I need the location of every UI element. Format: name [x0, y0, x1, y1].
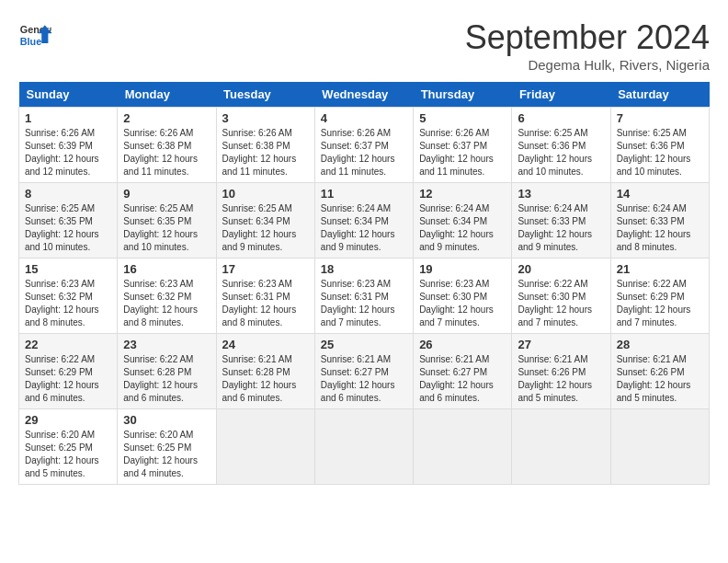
- day-number: 14: [617, 187, 703, 201]
- calendar-cell: 21Sunrise: 6:22 AMSunset: 6:29 PMDayligh…: [610, 259, 709, 334]
- day-info: Sunrise: 6:26 AMSunset: 6:38 PMDaylight:…: [123, 127, 210, 178]
- col-tuesday: Tuesday: [216, 82, 314, 108]
- day-info: Sunrise: 6:25 AMSunset: 6:36 PMDaylight:…: [518, 127, 604, 178]
- calendar-week-row: 29Sunrise: 6:20 AMSunset: 6:25 PMDayligh…: [19, 409, 710, 485]
- calendar-body: 1Sunrise: 6:26 AMSunset: 6:39 PMDaylight…: [19, 108, 710, 485]
- calendar-cell: 19Sunrise: 6:23 AMSunset: 6:30 PMDayligh…: [414, 259, 512, 334]
- calendar-cell: 23Sunrise: 6:22 AMSunset: 6:28 PMDayligh…: [118, 334, 216, 409]
- day-number: 21: [617, 262, 703, 276]
- calendar-cell: 5Sunrise: 6:26 AMSunset: 6:37 PMDaylight…: [414, 108, 512, 183]
- day-info: Sunrise: 6:20 AMSunset: 6:25 PMDaylight:…: [25, 429, 111, 480]
- col-thursday: Thursday: [414, 82, 512, 108]
- day-info: Sunrise: 6:22 AMSunset: 6:29 PMDaylight:…: [25, 353, 111, 405]
- day-number: 20: [518, 262, 604, 276]
- day-number: 23: [123, 338, 210, 351]
- day-info: Sunrise: 6:21 AMSunset: 6:27 PMDaylight:…: [321, 353, 407, 405]
- calendar-cell: [512, 409, 610, 485]
- day-info: Sunrise: 6:21 AMSunset: 6:27 PMDaylight:…: [419, 353, 506, 405]
- day-info: Sunrise: 6:22 AMSunset: 6:29 PMDaylight:…: [617, 278, 703, 329]
- calendar-cell: 24Sunrise: 6:21 AMSunset: 6:28 PMDayligh…: [216, 334, 314, 409]
- day-info: Sunrise: 6:25 AMSunset: 6:35 PMDaylight:…: [25, 202, 111, 254]
- day-number: 2: [123, 111, 210, 125]
- location-subtitle: Degema Hulk, Rivers, Nigeria: [465, 57, 710, 73]
- calendar-week-row: 1Sunrise: 6:26 AMSunset: 6:39 PMDaylight…: [19, 108, 710, 183]
- col-sunday: Sunday: [19, 82, 118, 108]
- calendar-cell: 2Sunrise: 6:26 AMSunset: 6:38 PMDaylight…: [118, 108, 216, 183]
- header: General Blue September 2024 Degema Hulk,…: [18, 18, 710, 73]
- calendar-table: Sunday Monday Tuesday Wednesday Thursday…: [18, 82, 710, 485]
- calendar-cell: 4Sunrise: 6:26 AMSunset: 6:37 PMDaylight…: [314, 108, 413, 183]
- day-number: 10: [222, 187, 309, 201]
- day-number: 25: [321, 338, 407, 351]
- day-info: Sunrise: 6:23 AMSunset: 6:31 PMDaylight:…: [222, 278, 309, 329]
- day-number: 9: [123, 187, 210, 201]
- calendar-cell: 13Sunrise: 6:24 AMSunset: 6:33 PMDayligh…: [512, 183, 610, 259]
- logo: General Blue: [18, 18, 51, 52]
- calendar-cell: 18Sunrise: 6:23 AMSunset: 6:31 PMDayligh…: [314, 259, 413, 334]
- day-info: Sunrise: 6:26 AMSunset: 6:37 PMDaylight:…: [419, 127, 506, 178]
- calendar-cell: [216, 409, 314, 485]
- day-number: 11: [321, 187, 407, 201]
- calendar-cell: 16Sunrise: 6:23 AMSunset: 6:32 PMDayligh…: [118, 259, 216, 334]
- day-info: Sunrise: 6:23 AMSunset: 6:32 PMDaylight:…: [123, 278, 210, 329]
- calendar-cell: 9Sunrise: 6:25 AMSunset: 6:35 PMDaylight…: [118, 183, 216, 259]
- calendar-cell: 3Sunrise: 6:26 AMSunset: 6:38 PMDaylight…: [216, 108, 314, 183]
- day-info: Sunrise: 6:23 AMSunset: 6:32 PMDaylight:…: [25, 278, 111, 329]
- calendar-cell: 1Sunrise: 6:26 AMSunset: 6:39 PMDaylight…: [19, 108, 118, 183]
- calendar-cell: 11Sunrise: 6:24 AMSunset: 6:34 PMDayligh…: [314, 183, 413, 259]
- calendar-week-row: 22Sunrise: 6:22 AMSunset: 6:29 PMDayligh…: [19, 334, 710, 409]
- day-info: Sunrise: 6:24 AMSunset: 6:33 PMDaylight:…: [617, 202, 703, 254]
- calendar-cell: 20Sunrise: 6:22 AMSunset: 6:30 PMDayligh…: [512, 259, 610, 334]
- col-saturday: Saturday: [610, 82, 709, 108]
- day-info: Sunrise: 6:26 AMSunset: 6:39 PMDaylight:…: [25, 127, 111, 178]
- calendar-cell: 15Sunrise: 6:23 AMSunset: 6:32 PMDayligh…: [19, 259, 118, 334]
- title-area: September 2024 Degema Hulk, Rivers, Nige…: [465, 18, 710, 73]
- calendar-week-row: 8Sunrise: 6:25 AMSunset: 6:35 PMDaylight…: [19, 183, 710, 259]
- day-info: Sunrise: 6:25 AMSunset: 6:34 PMDaylight:…: [222, 202, 309, 254]
- day-number: 15: [25, 262, 111, 276]
- day-info: Sunrise: 6:23 AMSunset: 6:31 PMDaylight:…: [321, 278, 407, 329]
- day-number: 27: [518, 338, 604, 351]
- calendar-cell: 30Sunrise: 6:20 AMSunset: 6:25 PMDayligh…: [118, 409, 216, 485]
- day-info: Sunrise: 6:21 AMSunset: 6:26 PMDaylight:…: [617, 353, 703, 405]
- day-info: Sunrise: 6:20 AMSunset: 6:25 PMDaylight:…: [123, 429, 210, 480]
- day-info: Sunrise: 6:23 AMSunset: 6:30 PMDaylight:…: [419, 278, 506, 329]
- calendar-cell: 26Sunrise: 6:21 AMSunset: 6:27 PMDayligh…: [414, 334, 512, 409]
- col-friday: Friday: [512, 82, 610, 108]
- day-number: 6: [518, 111, 604, 125]
- day-info: Sunrise: 6:26 AMSunset: 6:37 PMDaylight:…: [321, 127, 407, 178]
- calendar-cell: [314, 409, 413, 485]
- day-number: 18: [321, 262, 407, 276]
- day-number: 28: [617, 338, 703, 351]
- calendar-cell: 29Sunrise: 6:20 AMSunset: 6:25 PMDayligh…: [19, 409, 118, 485]
- col-monday: Monday: [118, 82, 216, 108]
- day-number: 17: [222, 262, 309, 276]
- calendar-cell: 12Sunrise: 6:24 AMSunset: 6:34 PMDayligh…: [414, 183, 512, 259]
- day-number: 12: [419, 187, 506, 201]
- calendar-cell: 8Sunrise: 6:25 AMSunset: 6:35 PMDaylight…: [19, 183, 118, 259]
- day-number: 3: [222, 111, 309, 125]
- day-number: 16: [123, 262, 210, 276]
- col-wednesday: Wednesday: [314, 82, 413, 108]
- calendar-cell: 27Sunrise: 6:21 AMSunset: 6:26 PMDayligh…: [512, 334, 610, 409]
- calendar-cell: [610, 409, 709, 485]
- day-info: Sunrise: 6:21 AMSunset: 6:26 PMDaylight:…: [518, 353, 604, 405]
- day-number: 30: [123, 413, 210, 427]
- day-number: 22: [25, 338, 111, 351]
- day-number: 4: [321, 111, 407, 125]
- calendar-cell: 25Sunrise: 6:21 AMSunset: 6:27 PMDayligh…: [314, 334, 413, 409]
- calendar-cell: [414, 409, 512, 485]
- month-title: September 2024: [465, 18, 710, 57]
- svg-text:Blue: Blue: [20, 36, 41, 47]
- calendar-cell: 22Sunrise: 6:22 AMSunset: 6:29 PMDayligh…: [19, 334, 118, 409]
- header-row: Sunday Monday Tuesday Wednesday Thursday…: [19, 82, 710, 108]
- day-info: Sunrise: 6:24 AMSunset: 6:34 PMDaylight:…: [321, 202, 407, 254]
- calendar-cell: 7Sunrise: 6:25 AMSunset: 6:36 PMDaylight…: [610, 108, 709, 183]
- day-info: Sunrise: 6:25 AMSunset: 6:35 PMDaylight:…: [123, 202, 210, 254]
- day-number: 1: [25, 111, 111, 125]
- day-number: 8: [25, 187, 111, 201]
- day-number: 24: [222, 338, 309, 351]
- day-number: 19: [419, 262, 506, 276]
- calendar-cell: 6Sunrise: 6:25 AMSunset: 6:36 PMDaylight…: [512, 108, 610, 183]
- day-number: 29: [25, 413, 111, 427]
